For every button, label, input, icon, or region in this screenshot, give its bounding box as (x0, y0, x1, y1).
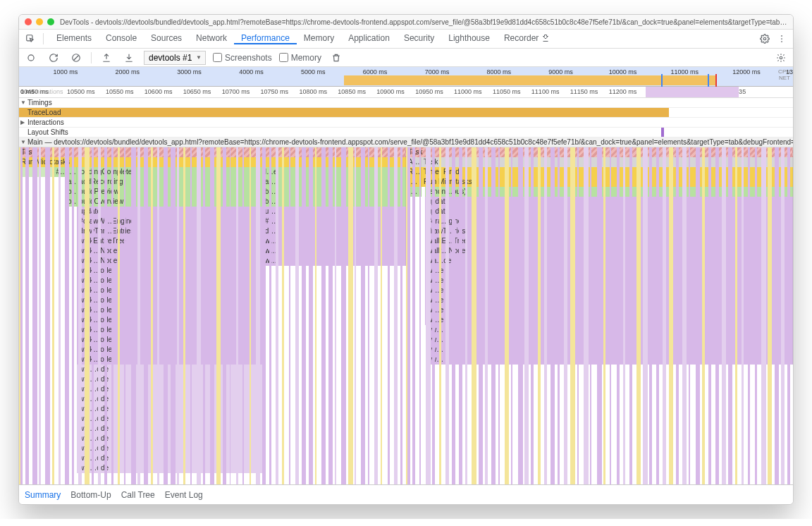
devtools-header: ElementsConsoleSourcesNetworkPerformance… (19, 30, 793, 49)
minimize-window-icon[interactable] (36, 18, 43, 25)
overview-tick: 9000 ms (548, 68, 573, 75)
tab-sources[interactable]: Sources (144, 33, 189, 43)
svg-line-7 (74, 55, 79, 60)
overview-tick: 8000 ms (486, 68, 511, 75)
ruler-tick: 11050 ms (493, 88, 521, 95)
titlebar: DevTools - devtools://devtools/bundled/d… (19, 15, 793, 30)
overview-tick: 1000 ms (54, 68, 78, 75)
footer-tab-event-log[interactable]: Event Log (165, 490, 203, 500)
track-label: Layout Shifts (19, 128, 68, 136)
ruler-highlight (646, 87, 739, 97)
ruler-tick: 11000 ms (454, 88, 482, 95)
overview-marker (708, 74, 709, 87)
tab-elements[interactable]: Elements (49, 33, 99, 43)
ruler-tick: 11150 ms (570, 88, 598, 95)
overview-tick: 10000 ms (609, 68, 637, 75)
capture-settings-gear-icon[interactable] (773, 50, 789, 66)
perf-toolbar: devtools #1 Screenshots Memory (19, 49, 793, 67)
track-row-timings[interactable]: ▼Timings (19, 98, 793, 108)
layout-shift-marker[interactable] (661, 128, 663, 137)
detail-ruler[interactable]: 0 ms Animations 10450 ms10500 ms10550 ms… (19, 87, 793, 98)
window-controls (25, 18, 54, 25)
ruler-tick: 10900 ms (376, 88, 405, 95)
screenshots-checkbox[interactable]: Screenshots (213, 53, 272, 63)
memory-checkbox[interactable]: Memory (279, 53, 321, 63)
overview-tick: 7000 ms (425, 68, 450, 75)
tab-performance[interactable]: Performance (234, 33, 297, 44)
tab-lighthouse[interactable]: Lighthouse (441, 33, 497, 43)
footer-tab-summary[interactable]: Summary (25, 490, 61, 500)
ruler-tick: 10600 ms (144, 88, 173, 95)
svg-point-1 (763, 37, 766, 40)
window-title: DevTools - devtools://devtools/bundled/d… (60, 18, 787, 26)
detail-tabs: SummaryBottom-UpCall TreeEvent Log (19, 484, 793, 504)
reload-button[interactable] (46, 50, 61, 66)
overview-track[interactable]: 1000 ms2000 ms3000 ms4000 ms5000 ms6000 … (19, 67, 793, 87)
main-thread-header[interactable]: ▼ Main — devtools://devtools/bundled/dev… (19, 137, 793, 147)
ruler-tick: 10950 ms (415, 88, 443, 95)
screenshots-label: Screenshots (225, 53, 272, 63)
ruler-tick: 11100 ms (531, 88, 560, 95)
divider (43, 33, 44, 44)
track-label: Timings (19, 99, 52, 106)
footer-tab-call-tree[interactable]: Call Tree (121, 490, 155, 500)
svg-point-4 (781, 41, 782, 42)
tab-console[interactable]: Console (99, 33, 144, 43)
overview-axis-labels: CPU NET (778, 68, 790, 81)
tab-security[interactable]: Security (397, 33, 441, 43)
overview-marker (715, 74, 717, 87)
ruler-tick: 10500 ms (67, 88, 95, 95)
memory-label: Memory (291, 53, 321, 63)
ruler-tick: 10550 ms (106, 88, 134, 95)
tab-application[interactable]: Application (341, 33, 397, 43)
flame-chart[interactable]: TaskRun Microtasks#r…sl…eloadingComplete… (19, 147, 793, 484)
ruler-tick: 10700 ms (222, 88, 250, 95)
upload-button[interactable] (99, 50, 114, 66)
svg-point-2 (781, 35, 782, 37)
overview-tick: 4000 ms (239, 68, 264, 75)
ruler-tick: 10800 ms (299, 88, 327, 95)
ruler-tick: 10750 ms (261, 88, 289, 95)
track-row-traceload[interactable]: TraceLoad (19, 108, 793, 118)
upper-tracks: ▼TimingsTraceLoad▶InteractionsLayout Shi… (19, 98, 793, 137)
tab-recorder[interactable]: Recorder (497, 33, 557, 43)
ruler-tick: 10850 ms (338, 88, 366, 95)
kebab-menu-icon[interactable] (775, 32, 789, 46)
overview-cpu-region (344, 75, 715, 85)
ruler-tick: 11200 ms (609, 88, 637, 95)
tab-memory[interactable]: Memory (297, 33, 341, 43)
close-window-icon[interactable] (25, 18, 32, 25)
overview-tick: 12000 ms (732, 68, 761, 75)
svg-point-5 (28, 54, 34, 60)
inspect-icon[interactable] (23, 32, 37, 46)
ruler-tick: 10650 ms (183, 88, 211, 95)
overview-tick: 11000 ms (671, 68, 699, 75)
devtools-window: DevTools - devtools://devtools/bundled/d… (18, 14, 794, 505)
target-select-wrap: devtools #1 (144, 51, 206, 65)
track-label: TraceLoad (19, 109, 61, 116)
ruler-tick: 10450 ms (20, 88, 49, 95)
settings-gear-icon[interactable] (758, 32, 772, 46)
svg-point-3 (781, 38, 782, 39)
download-button[interactable] (121, 50, 137, 66)
record-button[interactable] (23, 50, 39, 66)
track-row-layout-shifts[interactable]: Layout Shifts (19, 128, 793, 137)
tab-network[interactable]: Network (189, 33, 234, 43)
expand-icon[interactable]: ▼ (20, 139, 26, 145)
overview-tick: 5000 ms (301, 68, 326, 75)
overview-tick: 3000 ms (177, 68, 202, 75)
overview-marker (661, 74, 663, 87)
overview-tick: 6000 ms (363, 68, 388, 75)
track-label: Interactions (19, 118, 64, 126)
svg-point-8 (780, 56, 782, 59)
trash-icon[interactable] (328, 50, 344, 66)
track-bar[interactable] (19, 108, 669, 117)
footer-tab-bottom-up[interactable]: Bottom-Up (70, 490, 111, 500)
divider (91, 52, 92, 63)
clear-button[interactable] (68, 50, 84, 66)
track-row-interactions[interactable]: ▶Interactions (19, 118, 793, 128)
target-select[interactable]: devtools #1 (144, 51, 206, 65)
main-thread-label: Main — devtools://devtools/bundled/devto… (27, 138, 793, 146)
overview-tick: 2000 ms (115, 68, 140, 75)
zoom-window-icon[interactable] (47, 18, 54, 25)
